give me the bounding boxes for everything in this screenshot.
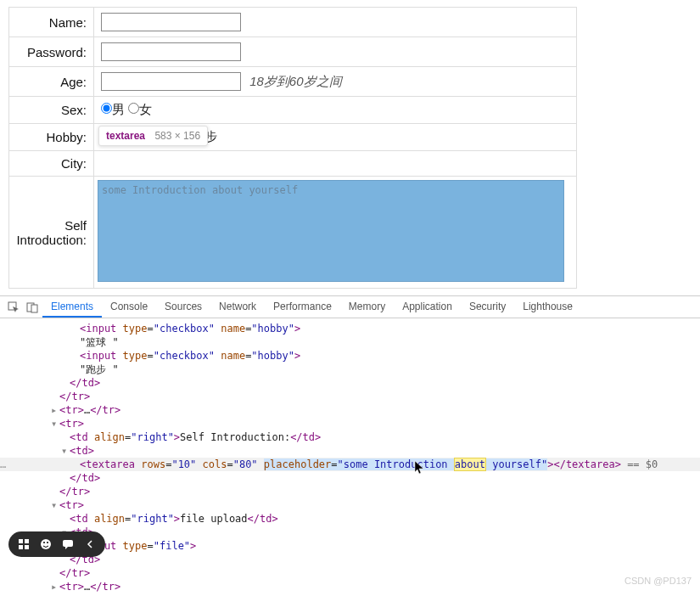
dom-line[interactable]: ▾<td> xyxy=(0,444,700,458)
tree-caret-icon[interactable]: ▾ xyxy=(51,417,57,430)
sex-female-radio[interactable] xyxy=(128,103,139,114)
svg-rect-6 xyxy=(25,545,29,549)
form-table: Name: Password: Age: 18岁到60岁之间 Sex: 男 女 … xyxy=(8,7,577,289)
inspect-element-icon[interactable] xyxy=(5,299,22,316)
devtools-tab-sources[interactable]: Sources xyxy=(156,297,210,318)
floating-toolbar[interactable] xyxy=(8,531,105,557)
smile-icon[interactable] xyxy=(39,537,53,551)
svg-rect-10 xyxy=(63,540,73,547)
tooltip-tag: textarea xyxy=(106,130,145,142)
tooltip-dims: 583 × 156 xyxy=(154,130,200,142)
devtools-tabbar: ElementsConsoleSourcesNetworkPerformance… xyxy=(0,296,700,318)
devtools-tab-network[interactable]: Network xyxy=(210,297,265,318)
svg-rect-2 xyxy=(31,305,37,312)
svg-rect-3 xyxy=(19,539,23,543)
dom-line[interactable]: <input type="checkbox" name="hobby"> xyxy=(0,349,700,363)
age-input[interactable] xyxy=(101,72,241,91)
dom-line[interactable]: …<textarea rows="10" cols="80" placehold… xyxy=(0,458,700,471)
dom-line[interactable]: </tr> xyxy=(0,485,700,498)
devtools-tab-lighthouse[interactable]: Lighthouse xyxy=(514,297,581,318)
devtools-tab-memory[interactable]: Memory xyxy=(340,297,394,318)
devtools-tab-elements[interactable]: Elements xyxy=(42,297,102,318)
grid-icon[interactable] xyxy=(17,537,31,551)
city-label: City: xyxy=(9,151,94,177)
inspect-tooltip: textarea 583 × 156 xyxy=(98,126,208,146)
dom-line[interactable]: "篮球 " xyxy=(0,335,700,349)
self-intro-label: Self Introduction: xyxy=(9,177,94,289)
tree-caret-icon[interactable]: ▾ xyxy=(61,444,67,458)
sex-male-radio[interactable] xyxy=(101,103,112,114)
name-input[interactable] xyxy=(101,13,241,31)
chevron-left-icon[interactable] xyxy=(83,537,97,551)
age-label: Age: xyxy=(9,67,94,97)
dom-line[interactable]: <td align="right">Self Introduction:</td… xyxy=(0,430,700,444)
age-hint: 18岁到60岁之间 xyxy=(249,74,341,88)
devtools-tab-console[interactable]: Console xyxy=(102,297,156,318)
dom-line[interactable]: </td> xyxy=(0,376,700,390)
dom-line[interactable]: </tr> xyxy=(0,566,700,580)
devtools-panel: ElementsConsoleSourcesNetworkPerformance… xyxy=(0,295,700,596)
dom-line[interactable]: ▸<tr>…</tr> xyxy=(0,580,700,593)
svg-rect-4 xyxy=(25,539,29,543)
dom-line[interactable]: <td align="right">file upload</td> xyxy=(0,512,700,526)
chat-icon[interactable] xyxy=(61,537,75,551)
dom-line[interactable]: </td> xyxy=(0,553,700,566)
sex-male-label: 男 xyxy=(112,102,125,116)
devtools-dom-tree[interactable]: <input type="checkbox" name="hobby">"篮球 … xyxy=(0,318,700,596)
sex-label: Sex: xyxy=(9,97,94,124)
svg-point-7 xyxy=(41,539,51,549)
password-label: Password: xyxy=(9,37,94,67)
watermark: CSDN @PD137 xyxy=(624,576,692,586)
tree-caret-icon[interactable]: ▾ xyxy=(51,498,57,512)
tree-caret-icon[interactable]: ▸ xyxy=(51,403,57,417)
dom-line[interactable]: ▾<td> xyxy=(0,526,700,539)
svg-rect-5 xyxy=(19,545,23,549)
dom-line[interactable]: ▸<tr>…</tr> xyxy=(0,403,700,417)
self-intro-textarea[interactable] xyxy=(98,180,564,282)
dom-line[interactable]: <input type="checkbox" name="hobby"> xyxy=(0,322,700,335)
dom-line[interactable]: ▾<tr> xyxy=(0,417,700,430)
sex-female-label: 女 xyxy=(139,102,152,116)
name-label: Name: xyxy=(9,8,94,37)
devtools-tab-application[interactable]: Application xyxy=(394,297,461,318)
dom-line[interactable]: </td> xyxy=(0,471,700,485)
tree-caret-icon[interactable]: ▸ xyxy=(51,580,57,593)
svg-point-9 xyxy=(47,542,48,543)
form-panel: Name: Password: Age: 18岁到60岁之间 Sex: 男 女 … xyxy=(0,0,700,289)
password-input[interactable] xyxy=(101,42,241,61)
devtools-tab-performance[interactable]: Performance xyxy=(265,297,340,318)
device-toggle-icon[interactable] xyxy=(24,299,41,316)
dom-line[interactable]: </tr> xyxy=(0,390,700,403)
devtools-tab-security[interactable]: Security xyxy=(461,297,514,318)
hobby-label: Hobby: xyxy=(9,124,94,151)
dom-line[interactable]: "跑步 " xyxy=(0,363,700,376)
dom-line[interactable]: ▾<tr> xyxy=(0,498,700,512)
svg-point-8 xyxy=(43,542,45,543)
